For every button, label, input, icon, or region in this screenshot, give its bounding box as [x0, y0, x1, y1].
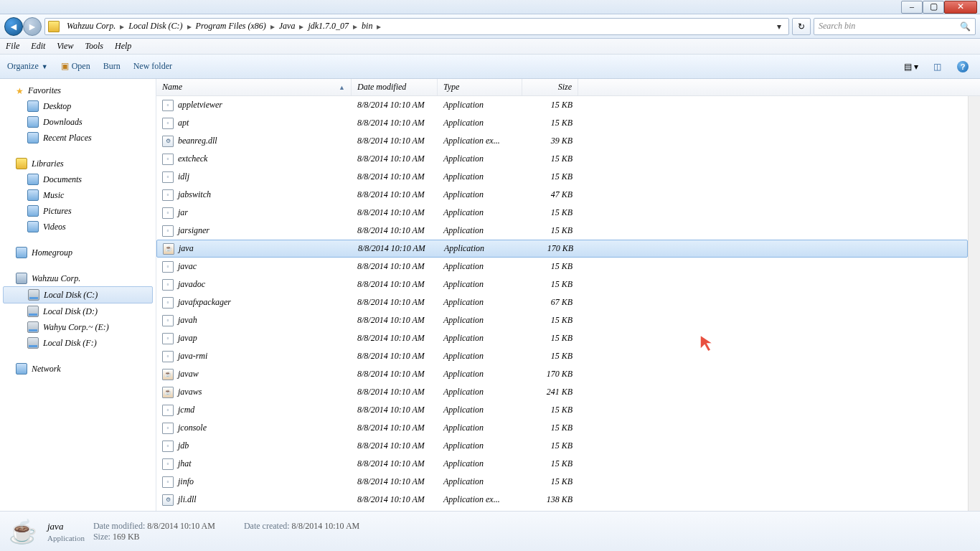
table-row[interactable]: ☕java8/8/2014 10:10 AMApplication170 KB: [156, 240, 968, 258]
sidebar-head[interactable]: Homegroup: [0, 245, 156, 260]
table-row[interactable]: ▫jconsole8/8/2014 10:10 AMApplication15 …: [156, 419, 968, 437]
file-date: 8/8/2014 10:10 AM: [352, 369, 438, 380]
table-row[interactable]: ▫javafxpackager8/8/2014 10:10 AMApplicat…: [156, 293, 968, 311]
file-name: idlj: [178, 171, 189, 182]
address-dropdown[interactable]: ▾: [773, 22, 786, 32]
table-row[interactable]: ☕javaw8/8/2014 10:10 AMApplication170 KB: [156, 365, 968, 383]
table-row[interactable]: ▫jar8/8/2014 10:10 AMApplication15 KB: [156, 204, 968, 222]
maximize-button[interactable]: ▢: [923, 1, 944, 14]
table-row[interactable]: ▫jabswitch8/8/2014 10:10 AMApplication47…: [156, 186, 968, 204]
scrollbar[interactable]: [968, 96, 980, 511]
sidebar-item[interactable]: Videos: [0, 219, 156, 235]
breadcrumb-item[interactable]: Java: [276, 21, 298, 32]
address-bar[interactable]: Wahzuu Corp.▸Local Disk (C:)▸Program Fil…: [44, 18, 789, 35]
sidebar-item[interactable]: Wahyu Corp.~ (E:): [0, 319, 156, 335]
sidebar-item[interactable]: Desktop: [0, 98, 156, 114]
file-size: 15 KB: [522, 351, 578, 362]
file-icon: ▫: [162, 333, 174, 344]
file-size: 15 KB: [522, 441, 578, 451]
item-icon: [27, 132, 39, 143]
sidebar-item[interactable]: Downloads: [0, 114, 156, 130]
file-icon: ▫: [162, 279, 174, 291]
file-type: Application: [438, 441, 522, 451]
breadcrumb-item[interactable]: bin: [359, 21, 375, 32]
column-name[interactable]: Name▲: [156, 79, 352, 95]
file-icon: ▫: [162, 118, 174, 129]
file-size: 15 KB: [522, 118, 578, 128]
sidebar-head[interactable]: Wahzuu Corp.: [0, 270, 156, 286]
forward-button[interactable]: ►: [23, 17, 42, 36]
back-button[interactable]: ◄: [4, 17, 23, 36]
breadcrumb: Wahzuu Corp.▸Local Disk (C:)▸Program Fil…: [64, 21, 382, 32]
breadcrumb-item[interactable]: Program Files (x86): [193, 21, 269, 32]
file-date: 8/8/2014 10:10 AM: [352, 441, 438, 451]
view-options-button[interactable]: ▤ ▾: [901, 59, 921, 75]
open-button[interactable]: ▣ Open: [61, 61, 90, 72]
file-date: 8/8/2014 10:10 AM: [352, 154, 438, 164]
table-row[interactable]: ▫jarsigner8/8/2014 10:10 AMApplication15…: [156, 222, 968, 240]
breadcrumb-item[interactable]: Local Disk (C:): [126, 21, 185, 32]
sidebar-item[interactable]: Pictures: [0, 203, 156, 219]
menu-edit[interactable]: Edit: [31, 41, 45, 52]
preview-pane-button[interactable]: ◫: [927, 59, 947, 75]
table-row[interactable]: ▫jhat8/8/2014 10:10 AMApplication15 KB: [156, 455, 968, 473]
menu-view[interactable]: View: [57, 41, 73, 52]
file-date: 8/8/2014 10:10 AM: [352, 387, 438, 397]
sidebar-head[interactable]: Network: [0, 361, 156, 377]
menu-tools[interactable]: Tools: [85, 41, 103, 52]
breadcrumb-item[interactable]: jdk1.7.0_07: [305, 21, 352, 32]
burn-button[interactable]: Burn: [103, 61, 121, 72]
menu-file[interactable]: File: [6, 41, 19, 52]
table-row[interactable]: ▫jcmd8/8/2014 10:10 AMApplication15 KB: [156, 401, 968, 419]
menu-help[interactable]: Help: [115, 41, 131, 52]
newfolder-button[interactable]: New folder: [133, 61, 172, 72]
sidebar-item[interactable]: Music: [0, 187, 156, 203]
table-row[interactable]: ▫jinfo8/8/2014 10:10 AMApplication15 KB: [156, 473, 968, 491]
breadcrumb-item[interactable]: Wahzuu Corp.: [64, 21, 118, 32]
sidebar-item[interactable]: Documents: [0, 171, 156, 187]
help-button[interactable]: ?: [953, 59, 973, 75]
homegroup-icon: [16, 247, 27, 258]
table-row[interactable]: ▫java-rmi8/8/2014 10:10 AMApplication15 …: [156, 347, 968, 365]
file-icon: ⚙: [162, 494, 174, 506]
sidebar-item[interactable]: Local Disk (F:): [0, 335, 156, 351]
column-date[interactable]: Date modified: [352, 79, 438, 95]
close-button[interactable]: ✕: [944, 1, 977, 14]
table-row[interactable]: ▫apt8/8/2014 10:10 AMApplication15 KB: [156, 114, 968, 132]
organize-button[interactable]: Organize ▼: [7, 61, 48, 72]
item-icon: [27, 221, 39, 232]
sidebar-item[interactable]: Local Disk (D:): [0, 303, 156, 319]
table-row[interactable]: ⚙beanreg.dll8/8/2014 10:10 AMApplication…: [156, 132, 968, 150]
table-row[interactable]: ☕javaws8/8/2014 10:10 AMApplication241 K…: [156, 383, 968, 401]
minimize-button[interactable]: –: [901, 1, 923, 14]
file-icon: ▫: [162, 315, 174, 326]
file-icon: ▫: [162, 441, 174, 452]
file-type: Application: [438, 458, 522, 469]
sidebar-item[interactable]: Local Disk (C:): [3, 286, 153, 303]
refresh-button[interactable]: ↻: [792, 18, 811, 35]
file-icon: ▫: [162, 207, 174, 219]
file-name: jabswitch: [178, 189, 211, 200]
table-row[interactable]: ▫javap8/8/2014 10:10 AMApplication15 KB: [156, 329, 968, 347]
file-name: javafxpackager: [178, 297, 231, 308]
column-type[interactable]: Type: [438, 79, 522, 95]
table-row[interactable]: ⚙jli.dll8/8/2014 10:10 AMApplication ex.…: [156, 491, 968, 509]
search-input[interactable]: Search bin 🔍: [814, 18, 976, 35]
file-icon: ☕: [163, 243, 174, 255]
navigation-sidebar: ★FavoritesDesktopDownloadsRecent PlacesL…: [0, 79, 156, 511]
table-row[interactable]: ▫javac8/8/2014 10:10 AMApplication15 KB: [156, 258, 968, 276]
table-row[interactable]: ▫appletviewer8/8/2014 10:10 AMApplicatio…: [156, 96, 968, 114]
column-size[interactable]: Size: [522, 79, 578, 95]
column-headers: Name▲ Date modified Type Size: [156, 79, 980, 96]
table-row[interactable]: ▫javah8/8/2014 10:10 AMApplication15 KB: [156, 311, 968, 329]
sidebar-head[interactable]: ★Favorites: [0, 83, 156, 98]
table-row[interactable]: ▫jdb8/8/2014 10:10 AMApplication15 KB: [156, 437, 968, 455]
file-date: 8/8/2014 10:10 AM: [352, 243, 438, 254]
sidebar-item[interactable]: Recent Places: [0, 130, 156, 146]
table-row[interactable]: ▫idlj8/8/2014 10:10 AMApplication15 KB: [156, 168, 968, 186]
file-date: 8/8/2014 10:10 AM: [352, 136, 438, 146]
table-row[interactable]: ▫javadoc8/8/2014 10:10 AMApplication15 K…: [156, 276, 968, 293]
sidebar-head[interactable]: Libraries: [0, 156, 156, 171]
file-size: 15 KB: [522, 476, 578, 487]
table-row[interactable]: ▫extcheck8/8/2014 10:10 AMApplication15 …: [156, 150, 968, 168]
